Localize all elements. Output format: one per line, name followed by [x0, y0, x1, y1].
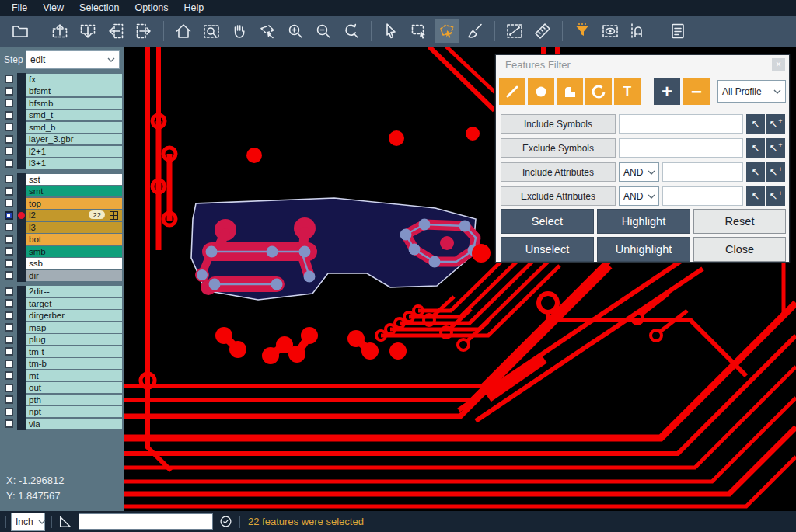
step-select[interactable]: edit — [26, 50, 120, 69]
measure-ruler-button[interactable] — [530, 19, 555, 43]
layer-checkbox[interactable] — [5, 187, 13, 196]
menu-item-view[interactable]: View — [36, 2, 71, 14]
layer-item-bot[interactable]: bot — [26, 234, 122, 245]
filter-type-line-button[interactable] — [499, 78, 525, 105]
layer-checkbox[interactable] — [5, 211, 13, 220]
exclude-symbols-button[interactable]: Exclude Symbols — [501, 138, 616, 158]
layer-item-via[interactable]: via — [26, 419, 122, 429]
layer-item-smd_t[interactable]: smd_t — [26, 110, 122, 120]
layer-item-tm-b[interactable]: tm-b — [26, 358, 122, 369]
filter-mode-add-button[interactable]: + — [654, 78, 680, 105]
layer-checkbox[interactable] — [5, 408, 13, 416]
zoom-selection-button[interactable] — [255, 19, 280, 43]
pick-add-from-canvas-button[interactable]: ↖+ — [766, 186, 785, 206]
layer-item-smb[interactable]: smb — [26, 246, 122, 257]
layer-checkbox[interactable] — [5, 299, 13, 308]
exclude-symbols-input[interactable] — [619, 138, 743, 158]
refresh-icon[interactable] — [219, 515, 232, 528]
pick-add-from-canvas-button[interactable]: ↖+ — [766, 114, 785, 134]
layer-checkbox[interactable] — [5, 223, 13, 231]
units-select[interactable]: Inch — [11, 513, 45, 531]
layer-grid-icon[interactable] — [110, 211, 118, 221]
filter-mode-remove-button[interactable]: − — [683, 78, 710, 105]
menu-item-selection[interactable]: Selection — [72, 2, 126, 14]
reset-button[interactable]: Reset — [693, 209, 786, 234]
layer-item-l3+1[interactable]: l3+1 — [26, 158, 122, 169]
menu-item-help[interactable]: Help — [177, 2, 211, 14]
layer-checkbox[interactable] — [5, 123, 13, 131]
layer-item-tm-t[interactable]: tm-t — [26, 346, 122, 357]
layer-item-dirgerber[interactable]: dirgerber — [26, 310, 122, 321]
pick-add-from-canvas-button[interactable]: ↖+ — [766, 162, 785, 182]
filter-type-arc-button[interactable] — [585, 78, 612, 105]
layer-item-ssb[interactable]: ssb — [26, 258, 122, 269]
layer-checkbox[interactable] — [5, 135, 13, 144]
layer-item-npt[interactable]: npt — [26, 406, 122, 417]
layer-checkbox[interactable] — [5, 271, 13, 280]
menu-item-options[interactable]: Options — [127, 2, 175, 14]
clear-highlight-button[interactable] — [463, 19, 487, 43]
pan-down-button[interactable] — [75, 19, 100, 43]
layer-checkbox[interactable] — [5, 336, 13, 344]
pick-from-canvas-button[interactable]: ↖ — [746, 114, 765, 134]
layer-checkbox[interactable] — [5, 75, 13, 83]
layer-checkbox[interactable] — [5, 259, 13, 268]
angle-measure-icon[interactable] — [58, 515, 72, 529]
layer-item-target[interactable]: target — [26, 298, 122, 309]
feature-report-button[interactable] — [665, 19, 690, 43]
snap-magnet-button[interactable] — [626, 19, 651, 43]
layer-checkbox[interactable] — [5, 360, 13, 368]
select-pointer-button[interactable] — [379, 19, 403, 43]
layer-checkbox[interactable] — [5, 99, 13, 107]
layer-checkbox[interactable] — [5, 235, 13, 244]
zoom-out-button[interactable] — [311, 19, 336, 43]
include-symbols-input[interactable] — [619, 114, 743, 134]
pan-left-button[interactable] — [103, 19, 128, 43]
select-polygon-button[interactable] — [435, 19, 459, 43]
open-file-button[interactable] — [8, 19, 33, 43]
profile-select[interactable]: All Profile — [717, 80, 786, 103]
layer-checkbox[interactable] — [5, 87, 13, 96]
zoom-in-button[interactable] — [283, 19, 308, 43]
layer-item-layer_3.gbr[interactable]: layer_3.gbr — [26, 134, 122, 144]
layer-checkbox[interactable] — [5, 371, 13, 380]
layer-item-l2[interactable]: l222 — [26, 210, 122, 221]
pick-from-canvas-button[interactable]: ↖ — [746, 186, 765, 206]
dialog-close-button[interactable]: × — [772, 58, 785, 71]
layer-item-map[interactable]: map — [26, 322, 122, 333]
layer-item-mt[interactable]: mt — [26, 370, 122, 381]
zoom-area-button[interactable] — [199, 19, 224, 43]
zoom-previous-button[interactable] — [339, 19, 364, 43]
layer-item-top[interactable]: top — [26, 198, 122, 209]
zoom-home-button[interactable] — [171, 19, 196, 43]
layer-checkbox[interactable] — [5, 159, 13, 168]
layer-checkbox[interactable] — [5, 175, 13, 183]
features-filter-button[interactable] — [570, 19, 595, 43]
layer-item-bfsmt[interactable]: bfsmt — [26, 85, 122, 96]
layer-checkbox[interactable] — [5, 311, 13, 320]
and-or-select[interactable]: AND — [619, 162, 659, 182]
pick-from-canvas-button[interactable]: ↖ — [746, 138, 765, 158]
select-button[interactable]: Select — [501, 209, 594, 234]
pan-up-button[interactable] — [47, 19, 72, 43]
include-attributes-button[interactable]: Include Attributes — [501, 162, 616, 182]
filter-type-surface-button[interactable] — [557, 78, 583, 105]
layer-item-out[interactable]: out — [26, 382, 122, 393]
layer-item-l3[interactable]: l3 — [26, 222, 122, 233]
layer-checkbox[interactable] — [5, 384, 13, 392]
exclude-attributes-input[interactable] — [662, 186, 743, 206]
command-input[interactable] — [79, 513, 213, 530]
filter-type-text-button[interactable]: T — [614, 78, 641, 105]
include-attributes-input[interactable] — [662, 162, 743, 182]
pan-hand-button[interactable] — [227, 19, 252, 43]
unselect-button[interactable]: Unselect — [501, 237, 594, 262]
layer-checkbox[interactable] — [5, 111, 13, 120]
layer-checkbox[interactable] — [5, 419, 13, 428]
layer-item-sst[interactable]: sst — [26, 174, 122, 185]
layer-checkbox[interactable] — [5, 323, 13, 332]
layer-checkbox[interactable] — [5, 395, 13, 404]
layer-item-smd_b[interactable]: smd_b — [26, 122, 122, 133]
layer-checkbox[interactable] — [5, 199, 13, 207]
pan-right-button[interactable] — [131, 19, 156, 43]
layer-item-2dir--[interactable]: 2dir-- — [26, 286, 122, 297]
